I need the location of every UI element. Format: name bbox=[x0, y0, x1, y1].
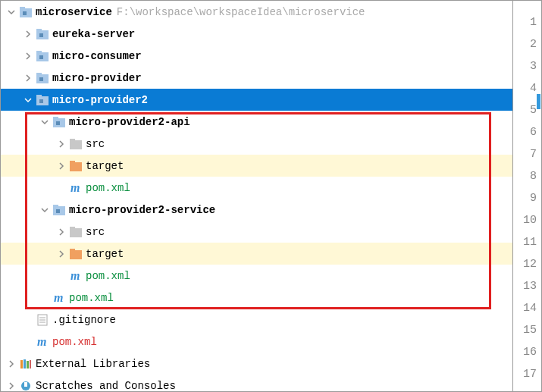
libraries-icon bbox=[19, 357, 33, 371]
chevron-right-icon[interactable] bbox=[22, 28, 34, 40]
tree-row-root-pom[interactable]: · m pom.xml bbox=[1, 331, 512, 353]
svg-rect-7 bbox=[36, 51, 42, 54]
folder-label: src bbox=[86, 226, 105, 238]
folder-label: target bbox=[86, 248, 124, 260]
svg-rect-25 bbox=[56, 209, 60, 213]
tree-row-ext-libs[interactable]: External Libraries bbox=[1, 353, 512, 375]
excluded-folder-icon bbox=[69, 159, 83, 173]
tree-row-mp2-service-pom[interactable]: · m pom.xml bbox=[1, 265, 512, 287]
root-project-name: microservice bbox=[36, 6, 112, 18]
file-label: pom.xml bbox=[52, 336, 97, 348]
svg-rect-1 bbox=[20, 7, 25, 10]
line-number: 8 bbox=[513, 165, 541, 187]
node-label: External Libraries bbox=[36, 358, 150, 370]
module-folder-icon bbox=[36, 27, 49, 41]
svg-rect-13 bbox=[36, 95, 42, 98]
chevron-right-icon[interactable] bbox=[5, 358, 17, 370]
selection-marker bbox=[537, 94, 540, 109]
module-label: micro-provider2 bbox=[52, 94, 148, 106]
folder-icon bbox=[69, 225, 83, 239]
module-label: micro-provider2-api bbox=[69, 116, 190, 128]
chevron-right-icon[interactable] bbox=[22, 50, 34, 62]
svg-rect-16 bbox=[53, 117, 58, 120]
file-label: .gitignore bbox=[52, 314, 116, 326]
chevron-right-icon[interactable] bbox=[55, 160, 67, 172]
svg-rect-8 bbox=[39, 55, 43, 59]
svg-rect-42 bbox=[24, 382, 27, 387]
svg-text:m: m bbox=[37, 336, 46, 348]
tree-row-scratches[interactable]: Scratches and Consoles bbox=[1, 375, 512, 392]
folder-icon bbox=[69, 137, 83, 151]
svg-rect-11 bbox=[39, 77, 43, 81]
svg-rect-24 bbox=[53, 205, 58, 208]
root-project-path: F:\workspace\workspaceIdea\microservice bbox=[117, 6, 365, 18]
module-folder-icon bbox=[19, 5, 33, 19]
module-label: micro-provider2-service bbox=[69, 204, 215, 216]
line-number: 6 bbox=[513, 121, 541, 143]
tree-row-mp2-service-target[interactable]: target bbox=[1, 243, 512, 265]
tree-row-root[interactable]: microservice F:\workspace\workspaceIdea\… bbox=[1, 1, 512, 23]
svg-text:m: m bbox=[70, 182, 80, 194]
line-number: 16 bbox=[513, 341, 541, 363]
maven-icon: m bbox=[69, 181, 83, 195]
chevron-down-icon[interactable] bbox=[22, 94, 34, 106]
line-number: 3 bbox=[513, 55, 541, 77]
tree-row-mp2-api-pom[interactable]: · m pom.xml bbox=[1, 177, 512, 199]
chevron-right-icon[interactable] bbox=[55, 248, 67, 260]
node-label: Scratches and Consoles bbox=[36, 380, 176, 392]
svg-rect-40 bbox=[30, 360, 31, 368]
svg-rect-37 bbox=[20, 360, 23, 368]
tree-row-mp2-service[interactable]: micro-provider2-service bbox=[1, 199, 512, 221]
project-tree-panel: microservice F:\workspace\workspaceIdea\… bbox=[0, 0, 513, 392]
line-number: 14 bbox=[513, 297, 541, 319]
module-label: micro-consumer bbox=[52, 50, 142, 62]
line-number: 1 bbox=[513, 11, 541, 33]
line-number: 13 bbox=[513, 275, 541, 297]
tree-row-mp2-api-target[interactable]: target bbox=[1, 155, 512, 177]
module-label: eureka-server bbox=[52, 28, 135, 40]
svg-rect-27 bbox=[70, 227, 75, 230]
tree-row-mp2-service-src[interactable]: src bbox=[1, 221, 512, 243]
maven-icon: m bbox=[36, 335, 49, 349]
file-icon bbox=[36, 313, 49, 327]
svg-rect-2 bbox=[23, 11, 27, 15]
svg-rect-39 bbox=[27, 361, 29, 368]
line-number: 17 bbox=[513, 363, 541, 385]
tree-row-gitignore[interactable]: · .gitignore bbox=[1, 309, 512, 331]
line-number: 11 bbox=[513, 231, 541, 253]
tree-row-provider2[interactable]: micro-provider2 bbox=[1, 89, 512, 111]
tree-row-consumer[interactable]: micro-consumer bbox=[1, 45, 512, 67]
chevron-right-icon[interactable] bbox=[55, 226, 67, 238]
chevron-down-icon[interactable] bbox=[39, 204, 51, 216]
line-number: 12 bbox=[513, 253, 541, 275]
chevron-right-icon[interactable] bbox=[22, 72, 34, 84]
folder-label: target bbox=[86, 160, 124, 172]
svg-rect-10 bbox=[36, 73, 42, 76]
editor-gutter: 1 2 3 4 5 6 7 8 9 10 11 12 13 14 15 16 1… bbox=[513, 0, 542, 392]
tree-row-mp2-api[interactable]: micro-provider2-api bbox=[1, 111, 512, 133]
svg-rect-14 bbox=[39, 99, 43, 103]
svg-rect-19 bbox=[70, 139, 75, 142]
chevron-right-icon[interactable] bbox=[5, 380, 17, 392]
module-folder-icon bbox=[36, 93, 49, 107]
svg-rect-4 bbox=[36, 29, 42, 32]
file-label: pom.xml bbox=[86, 182, 130, 194]
line-number: 10 bbox=[513, 209, 541, 231]
tree-row-eureka[interactable]: eureka-server bbox=[1, 23, 512, 45]
maven-icon: m bbox=[52, 291, 66, 305]
folder-label: src bbox=[86, 138, 105, 150]
maven-icon: m bbox=[69, 269, 83, 283]
svg-rect-17 bbox=[56, 121, 60, 125]
tree-row-provider[interactable]: micro-provider bbox=[1, 67, 512, 89]
module-folder-icon bbox=[36, 71, 49, 85]
tree-row-mp2-api-src[interactable]: src bbox=[1, 133, 512, 155]
svg-rect-21 bbox=[70, 161, 75, 164]
excluded-folder-icon bbox=[69, 247, 83, 261]
module-folder-icon bbox=[52, 203, 66, 217]
svg-text:m: m bbox=[70, 270, 80, 282]
tree-row-mp2-pom[interactable]: · m pom.xml bbox=[1, 287, 512, 309]
chevron-right-icon[interactable] bbox=[55, 138, 67, 150]
file-label: pom.xml bbox=[69, 292, 114, 304]
chevron-down-icon[interactable] bbox=[5, 6, 17, 18]
chevron-down-icon[interactable] bbox=[39, 116, 51, 128]
